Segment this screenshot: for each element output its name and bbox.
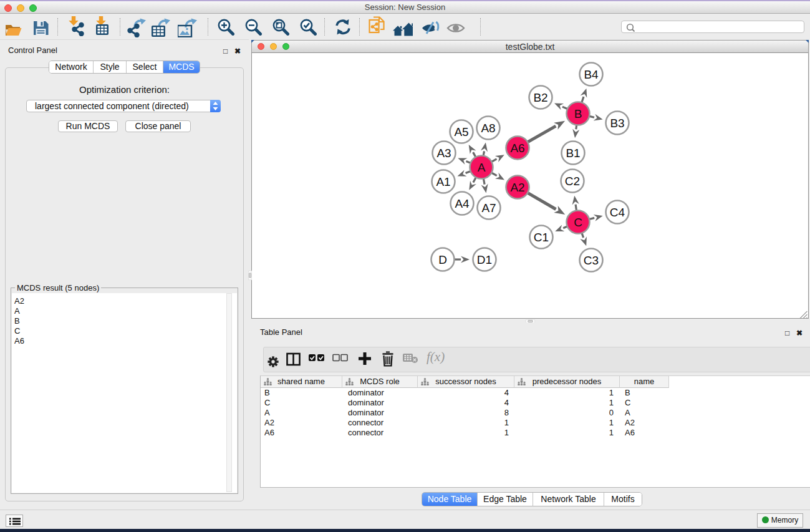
svg-text:C2: C2 bbox=[565, 175, 580, 188]
svg-text:A2: A2 bbox=[510, 181, 524, 194]
svg-text:B3: B3 bbox=[610, 117, 624, 130]
svg-text:D: D bbox=[438, 253, 447, 266]
svg-text:A8: A8 bbox=[481, 122, 495, 135]
svg-text:B1: B1 bbox=[566, 147, 580, 160]
svg-text:A1: A1 bbox=[436, 175, 450, 188]
svg-text:C4: C4 bbox=[610, 206, 625, 219]
svg-text:C3: C3 bbox=[584, 254, 599, 267]
svg-text:B2: B2 bbox=[533, 91, 547, 104]
svg-text:B: B bbox=[574, 107, 582, 120]
svg-text:C: C bbox=[574, 216, 582, 229]
svg-text:B4: B4 bbox=[584, 68, 599, 81]
svg-text:A4: A4 bbox=[455, 197, 470, 210]
svg-text:A3: A3 bbox=[436, 147, 451, 160]
svg-text:C1: C1 bbox=[534, 231, 549, 244]
svg-text:D1: D1 bbox=[477, 253, 492, 266]
svg-text:A6: A6 bbox=[510, 142, 524, 155]
svg-text:A5: A5 bbox=[454, 125, 468, 138]
svg-text:A7: A7 bbox=[481, 201, 496, 215]
svg-text:A: A bbox=[478, 161, 486, 174]
